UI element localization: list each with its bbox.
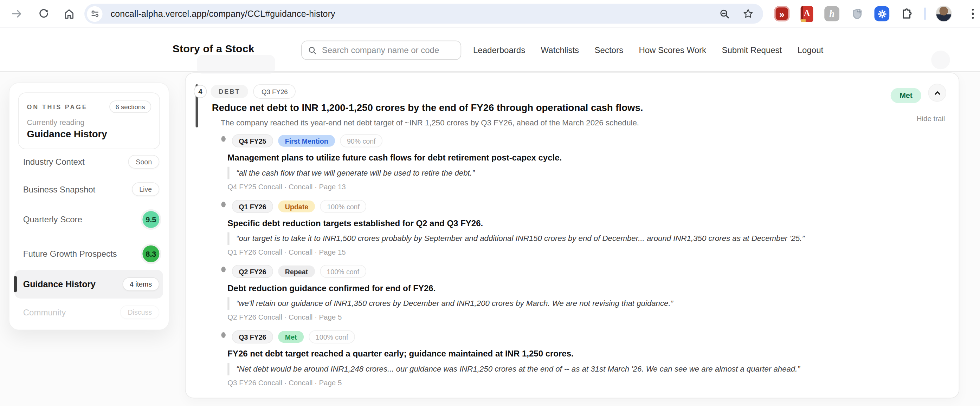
hide-trail-link[interactable]: Hide trail bbox=[917, 115, 945, 122]
entry-status-badge: Update bbox=[278, 201, 315, 213]
timeline-dot bbox=[221, 201, 225, 207]
entry-confidence-pill: 100% conf bbox=[320, 200, 367, 213]
timeline-dot bbox=[221, 332, 225, 338]
live-badge: Live bbox=[132, 182, 159, 196]
entry-confidence-pill: 100% conf bbox=[309, 330, 355, 344]
entry-confidence-pill: 100% conf bbox=[320, 265, 366, 278]
item-number-badge: 4 bbox=[194, 85, 207, 98]
guidance-item-card: 4 DEBT Q3 FY26 Reduce net debt to INR 1,… bbox=[185, 72, 959, 398]
nav-watchlists[interactable]: Watchlists bbox=[541, 45, 579, 55]
reload-icon[interactable] bbox=[36, 6, 51, 21]
nav-leaderboards[interactable]: Leaderboards bbox=[473, 45, 525, 55]
h-extension-icon[interactable]: h bbox=[824, 6, 839, 21]
entry-source: Q1 FY26 Concall · Concall · Page 15 bbox=[228, 249, 934, 256]
browser-window: concall-alpha.vercel.app/company/CCL#gui… bbox=[0, 0, 980, 406]
profile-avatar[interactable] bbox=[936, 6, 952, 22]
timeline-entry: Q3 FY26 Met 100% conf FY26 net debt targ… bbox=[221, 330, 934, 387]
items-count-badge: 4 items bbox=[123, 277, 159, 291]
entry-quarter-pill: Q2 FY26 bbox=[232, 265, 273, 278]
entry-quarter-pill: Q4 FY25 bbox=[232, 134, 273, 147]
sidebar-item-quarterly-score[interactable]: Quarterly Score 9.5 bbox=[14, 206, 163, 233]
forward-icon[interactable] bbox=[10, 6, 25, 21]
nav-logout[interactable]: Logout bbox=[797, 45, 823, 55]
sidebar-item-community[interactable]: Community Discuss bbox=[14, 302, 163, 323]
on-this-page-label: ON THIS PAGE bbox=[27, 103, 88, 110]
sections-count-badge: 6 sections bbox=[109, 100, 151, 113]
dictionary-extension-icon[interactable]: A bbox=[801, 6, 813, 21]
status-badge: Met bbox=[891, 88, 921, 103]
entry-confidence-pill: 90% conf bbox=[340, 134, 382, 147]
currently-reading-card: ON THIS PAGE 6 sections Currently readin… bbox=[18, 92, 160, 149]
sidebar-item-guidance-history[interactable]: Guidance History 4 items bbox=[14, 270, 163, 298]
entry-source: Q4 FY25 Concall · Concall · Page 13 bbox=[228, 183, 934, 190]
asterisk-extension-icon[interactable] bbox=[875, 6, 890, 21]
home-icon[interactable] bbox=[61, 6, 76, 21]
timeline-entry: Q1 FY26 Update 100% conf Specific debt r… bbox=[221, 200, 934, 256]
category-tag: DEBT bbox=[210, 85, 248, 98]
browser-menu-icon[interactable] bbox=[972, 9, 974, 19]
sidebar-item-future-growth-prospects[interactable]: Future Growth Prospects 8.3 bbox=[14, 241, 163, 267]
active-indicator-bar bbox=[14, 276, 17, 292]
entry-status-badge: Repeat bbox=[278, 265, 315, 278]
company-search-box[interactable] bbox=[301, 41, 461, 60]
shield-extension-icon[interactable] bbox=[849, 6, 864, 21]
sidebar-item-industry-context[interactable]: Industry Context Soon bbox=[14, 153, 163, 171]
fastforward-extension-icon[interactable]: » bbox=[774, 6, 789, 21]
discuss-badge: Discuss bbox=[120, 305, 159, 319]
entry-title: Management plans to utilize future cash … bbox=[228, 153, 934, 163]
entry-title: FY26 net debt target reached a quarter e… bbox=[228, 349, 934, 358]
main-nav: Leaderboards Watchlists Sectors How Scor… bbox=[473, 28, 823, 71]
address-bar[interactable]: concall-alpha.vercel.app/company/CCL#gui… bbox=[84, 4, 763, 24]
timeline-entry: Q2 FY26 Repeat 100% conf Debt reduction … bbox=[221, 265, 934, 321]
timeline-dot bbox=[221, 136, 225, 142]
chevron-up-icon bbox=[933, 89, 942, 97]
extensions-puzzle-icon[interactable] bbox=[899, 6, 915, 21]
bookmark-star-icon[interactable] bbox=[741, 6, 756, 21]
search-icon bbox=[308, 46, 317, 55]
sidebar-item-business-snapshot[interactable]: Business Snapshot Live bbox=[14, 181, 163, 198]
entry-quote: “we'll retain our guidance of INR1,350 c… bbox=[228, 297, 934, 310]
guidance-title: Reduce net debt to INR 1,200-1,250 crore… bbox=[212, 103, 643, 114]
entry-quarter-pill: Q1 FY26 bbox=[232, 200, 273, 213]
scrolled-content-ghost bbox=[197, 55, 275, 73]
current-section-title: Guidance History bbox=[27, 128, 151, 140]
timeline-dot bbox=[221, 266, 225, 272]
entry-status-badge: Met bbox=[278, 331, 304, 343]
entry-source: Q2 FY26 Concall · Concall · Page 5 bbox=[228, 314, 934, 321]
growth-score-badge: 8.3 bbox=[142, 246, 159, 262]
nav-submit-request[interactable]: Submit Request bbox=[722, 45, 782, 55]
on-this-page-sidebar: ON THIS PAGE 6 sections Currently readin… bbox=[9, 82, 169, 330]
currently-reading-label: Currently reading bbox=[27, 118, 151, 127]
guidance-summary: The company reached its year-end net deb… bbox=[221, 119, 639, 127]
site-settings-icon[interactable] bbox=[87, 6, 102, 21]
entry-title: Debt reduction guidance confirmed for en… bbox=[228, 284, 934, 293]
entry-title: Specific debt reduction targets establis… bbox=[228, 219, 934, 228]
search-input[interactable] bbox=[322, 46, 455, 55]
nav-sectors[interactable]: Sectors bbox=[595, 45, 623, 55]
quarterly-score-badge: 9.5 bbox=[142, 211, 159, 228]
entry-quote: “all the cash flow that we will generate… bbox=[228, 167, 934, 179]
soon-badge: Soon bbox=[128, 155, 159, 168]
nav-how-scores-work[interactable]: How Scores Work bbox=[639, 45, 706, 55]
entry-source: Q3 FY26 Concall · Concall · Page 5 bbox=[228, 379, 934, 386]
entry-quote: “our target is to take it to INR1,500 cr… bbox=[228, 232, 934, 245]
timeline-entry: Q4 FY25 First Mention 90% conf Managemen… bbox=[221, 134, 934, 190]
scrolled-button-ghost bbox=[931, 51, 950, 69]
entry-status-badge: First Mention bbox=[278, 135, 335, 147]
zoom-out-icon[interactable] bbox=[717, 6, 732, 21]
extensions-row: » A h bbox=[774, 6, 974, 22]
toolbar-separator bbox=[924, 7, 926, 20]
app-header: Story of a Stock Leaderboards Watchlists… bbox=[0, 28, 980, 71]
collapse-button[interactable] bbox=[928, 84, 946, 102]
entry-quarter-pill: Q3 FY26 bbox=[232, 330, 273, 344]
quarter-tag: Q3 FY26 bbox=[253, 84, 296, 99]
entry-quote: “Net debt would be around INR1,248 crore… bbox=[228, 363, 934, 376]
app-title: Story of a Stock bbox=[173, 43, 255, 56]
item-tags: DEBT Q3 FY26 bbox=[210, 84, 296, 99]
url-text[interactable]: concall-alpha.vercel.app/company/CCL#gui… bbox=[111, 9, 717, 19]
page-content: ON THIS PAGE 6 sections Currently readin… bbox=[0, 72, 980, 406]
browser-toolbar: concall-alpha.vercel.app/company/CCL#gui… bbox=[0, 0, 980, 28]
